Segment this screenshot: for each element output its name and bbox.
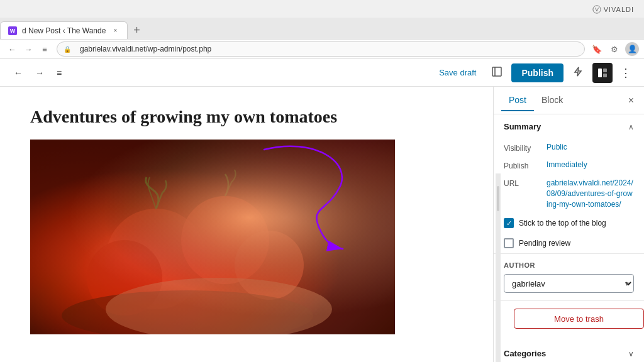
svg-rect-1 [492,67,501,76]
summary-toggle: ∧ [628,123,634,131]
svg-rect-4 [603,69,607,72]
svg-rect-7 [30,140,395,334]
svg-rect-5 [603,74,607,77]
author-select-wrap: gabrielav [504,274,634,293]
publish-button[interactable]: Publish [511,63,564,82]
post-image [30,140,395,334]
editor-toolbar: ← → ≡ Save draft Publish ⋮ [0,59,644,87]
trash-section: Move to trash [494,301,644,341]
undo-button[interactable]: ← [10,65,26,80]
active-tab[interactable]: d New Post ‹ The Wande × [0,21,128,39]
menu-button[interactable]: ≡ [38,42,52,56]
pending-review-checkbox[interactable] [504,238,514,248]
forward-button[interactable]: → [21,42,35,56]
vivaldi-icon [592,5,601,14]
svg-rect-14 [30,140,395,334]
tab-close-button[interactable]: × [111,26,119,35]
svg-rect-3 [598,69,602,77]
svg-point-10 [87,240,162,315]
tab-block[interactable]: Block [534,90,570,111]
vivaldi-label: VIVALDI [604,6,634,13]
summary-title: Summary [504,122,541,131]
move-to-trash-button[interactable]: Move to trash [514,309,644,329]
view-toggle-button[interactable] [592,63,613,83]
redo-button[interactable]: → [31,65,48,80]
panel-separator [496,173,501,362]
panel-close-button[interactable]: × [626,92,636,109]
visibility-row: Visibility Public [494,139,644,156]
editor-area: Adventures of growing my own tomatoes [0,87,493,362]
publish-value[interactable]: Immediately [547,160,634,169]
url-row: URL gabrielav.vivaldi.net/2024/08/09/adv… [494,174,644,213]
categories-section-header[interactable]: Categories ∨ [494,341,644,362]
back-button[interactable]: ← [5,42,19,56]
svg-point-8 [106,209,206,309]
summary-section: Summary ∧ Visibility Public Publish Imme… [494,114,644,254]
author-section: AUTHOR gabrielav [494,254,644,301]
browser-window: VIVALDI d New Post ‹ The Wande × + ☁ – ▭… [0,0,644,362]
pending-review-label: Pending review [519,239,570,248]
address-input[interactable] [74,41,578,57]
visibility-label: Visibility [504,143,541,153]
bolt-button[interactable] [569,63,587,82]
post-title[interactable]: Adventures of growing my own tomatoes [30,107,463,127]
stick-to-top-row: ✓ Stick to the top of the blog [494,213,644,233]
block-menu-button[interactable]: ≡ [53,65,65,80]
view-icon [597,68,608,78]
settings-icon[interactable]: ⚙ [608,42,621,56]
panel-body: Summary ∧ Visibility Public Publish Imme… [494,114,644,362]
right-panel: Post Block × Summary ∧ Visibility Public [493,87,644,362]
categories-title: Categories [504,349,546,358]
vivaldi-brand: VIVALDI [592,5,634,14]
tab-title: d New Post ‹ The Wande [22,26,106,35]
svg-point-13 [106,278,332,334]
visibility-value[interactable]: Public [547,143,634,151]
tab-post[interactable]: Post [501,90,534,111]
tab-bar: d New Post ‹ The Wande × + ☁ – ▭ ✕ [0,18,644,39]
panel-tabs: Post Block × [494,87,644,114]
bolt-icon [572,66,584,77]
svg-rect-6 [30,140,395,334]
main-content: Adventures of growing my own tomatoes [0,87,644,362]
bookmark-icon[interactable]: 🔖 [590,42,604,56]
checkmark-icon: ✓ [506,219,512,228]
author-select[interactable]: gabrielav [504,274,634,293]
url-value[interactable]: gabrielav.vivaldi.net/2024/08/09/adventu… [547,178,634,209]
address-bar: ← → ≡ 🔒 🔖 ⚙ 👤 [0,39,644,59]
resize-handle[interactable] [497,186,499,211]
categories-section: Categories ∨ [494,341,644,362]
publish-label: Publish [504,160,541,170]
image-overlay [30,140,395,334]
new-tab-button[interactable]: + [128,21,145,39]
svg-point-12 [62,290,313,334]
svg-point-11 [235,231,304,300]
svg-point-0 [593,6,601,13]
more-options-button[interactable]: ⋮ [618,63,634,82]
url-label: URL [504,178,541,188]
preview-icon [491,66,502,77]
publish-row: Publish Immediately [494,156,644,174]
summary-section-header[interactable]: Summary ∧ [494,114,644,139]
user-avatar[interactable]: 👤 [625,42,639,56]
pending-review-row: Pending review [494,233,644,253]
stick-to-top-checkbox[interactable]: ✓ [504,218,514,228]
author-label: AUTHOR [504,261,634,269]
categories-toggle: ∨ [628,349,634,358]
tab-favicon [8,26,17,35]
preview-button[interactable] [487,63,506,82]
svg-point-9 [181,196,269,284]
stick-to-top-label: Stick to the top of the blog [519,219,606,228]
save-draft-button[interactable]: Save draft [433,64,482,81]
lock-icon: 🔒 [64,46,71,53]
